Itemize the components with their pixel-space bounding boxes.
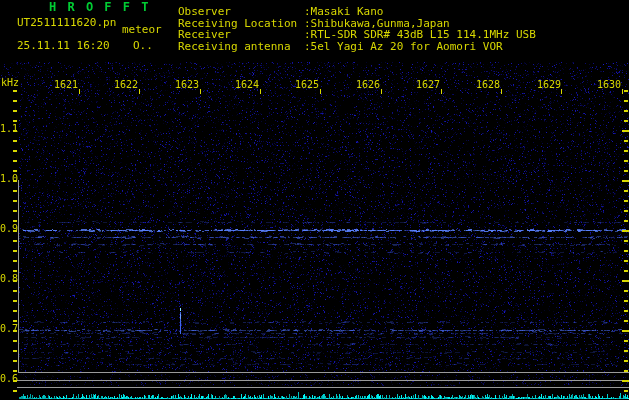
time-tick-label: 1621 <box>54 80 78 90</box>
freq-tick-label: 0.8 <box>0 274 18 284</box>
status-counter: O.. <box>133 40 153 51</box>
freq-tick-label: 0.6 <box>0 374 18 384</box>
info-value-receiver: :RTL-SDR SDR# 43dB L15 114.1MHz USB <box>304 29 536 40</box>
info-value-observer: :Masaki Kano <box>304 6 383 17</box>
freq-tick-label: 0.9 <box>0 224 18 234</box>
capture-filename: UT2511111620.pn <box>17 17 116 28</box>
info-value-receiving-antenna: :5el Yagi Az 20 for Aomori VOR <box>304 41 503 52</box>
hrofft-screen: H R O F F T UT2511111620.pn meteor 25.11… <box>0 0 629 400</box>
info-label-receiving-antenna: Receiving antenna <box>178 41 291 52</box>
time-tick-label: 1624 <box>235 80 259 90</box>
time-tick-label: 1622 <box>114 80 138 90</box>
spectrogram-canvas <box>0 0 629 400</box>
time-tick-label: 1625 <box>295 80 319 90</box>
time-tick-label: 1626 <box>356 80 380 90</box>
info-label-observer: Observer <box>178 6 231 17</box>
app-title: H R O F F T <box>49 2 150 13</box>
freq-tick-label: 1.0 <box>0 174 18 184</box>
freq-tick-label: 0.7 <box>0 324 18 334</box>
capture-datetime: 25.11.11 16:20 <box>17 40 110 51</box>
freq-tick-label: 1.1 <box>0 124 18 134</box>
freq-axis-unit-label: kHz <box>1 78 19 88</box>
info-label-receiver: Receiver <box>178 29 231 40</box>
time-tick-label: 1628 <box>476 80 500 90</box>
time-tick-label: 1627 <box>416 80 440 90</box>
observation-name: meteor <box>122 24 162 35</box>
time-tick-label: 1630 <box>597 80 621 90</box>
time-tick-label: 1629 <box>537 80 561 90</box>
time-tick-label: 1623 <box>175 80 199 90</box>
